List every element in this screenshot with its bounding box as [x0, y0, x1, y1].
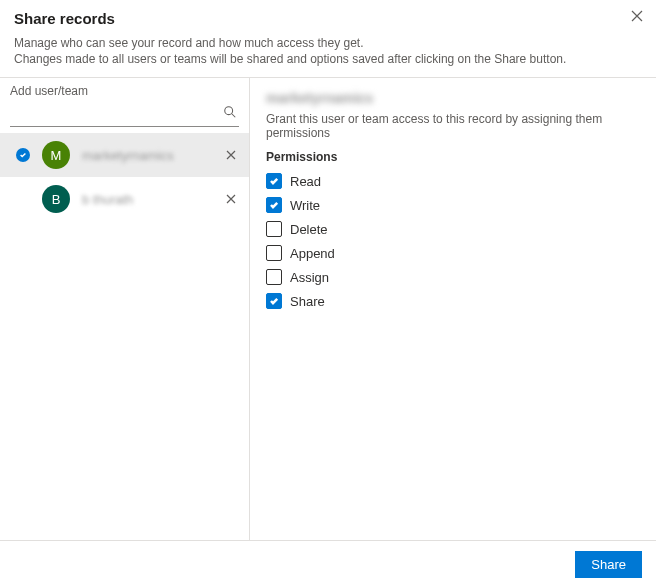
checkbox-delete[interactable] [266, 221, 282, 237]
permission-label: Assign [290, 270, 329, 285]
user-item-1[interactable]: B b thurath [0, 177, 249, 221]
close-icon [226, 148, 236, 163]
permission-row-share: Share [266, 290, 640, 312]
dialog-header: Share records Manage who can see your re… [0, 0, 656, 78]
remove-user-button[interactable] [221, 189, 241, 209]
permissions-description: Grant this user or team access to this r… [266, 112, 640, 140]
checkbox-assign[interactable] [266, 269, 282, 285]
permission-label: Write [290, 198, 320, 213]
permissions-panel: marketyrnamics Grant this user or team a… [250, 78, 656, 540]
user-name-label: marketyrnamics [82, 148, 221, 163]
svg-line-1 [232, 114, 236, 118]
checkbox-share[interactable] [266, 293, 282, 309]
permission-row-read: Read [266, 170, 640, 192]
user-item-0[interactable]: M marketyrnamics [0, 133, 249, 177]
user-name-label: b thurath [82, 192, 221, 207]
dialog-footer: Share [0, 541, 656, 587]
avatar: M [42, 141, 70, 169]
close-button[interactable] [628, 8, 646, 26]
close-icon [631, 10, 643, 25]
close-icon [226, 192, 236, 207]
svg-point-0 [225, 107, 233, 115]
selected-user-title: marketyrnamics [266, 90, 640, 106]
permission-row-write: Write [266, 194, 640, 216]
search-field-wrap [10, 101, 239, 127]
search-input[interactable] [10, 101, 239, 127]
permission-label: Delete [290, 222, 328, 237]
user-panel: Add user/team M marketyrnamics [0, 78, 250, 540]
remove-user-button[interactable] [221, 145, 241, 165]
selected-indicator-icon [16, 148, 30, 162]
share-records-dialog: Share records Manage who can see your re… [0, 0, 656, 587]
share-button[interactable]: Share [575, 551, 642, 578]
permission-label: Append [290, 246, 335, 261]
permission-label: Read [290, 174, 321, 189]
add-user-label: Add user/team [0, 78, 249, 101]
avatar: B [42, 185, 70, 213]
checkbox-write[interactable] [266, 197, 282, 213]
dialog-title: Share records [14, 10, 642, 27]
permission-row-delete: Delete [266, 218, 640, 240]
user-list: M marketyrnamics B b thurath [0, 133, 249, 540]
permissions-header: Permissions [266, 150, 640, 164]
checkbox-append[interactable] [266, 245, 282, 261]
permission-row-assign: Assign [266, 266, 640, 288]
checkbox-read[interactable] [266, 173, 282, 189]
permission-row-append: Append [266, 242, 640, 264]
dialog-description-1: Manage who can see your record and how m… [14, 35, 642, 51]
dialog-description-2: Changes made to all users or teams will … [14, 51, 642, 67]
permission-label: Share [290, 294, 325, 309]
search-icon[interactable] [223, 105, 237, 122]
dialog-body: Add user/team M marketyrnamics [0, 78, 656, 541]
